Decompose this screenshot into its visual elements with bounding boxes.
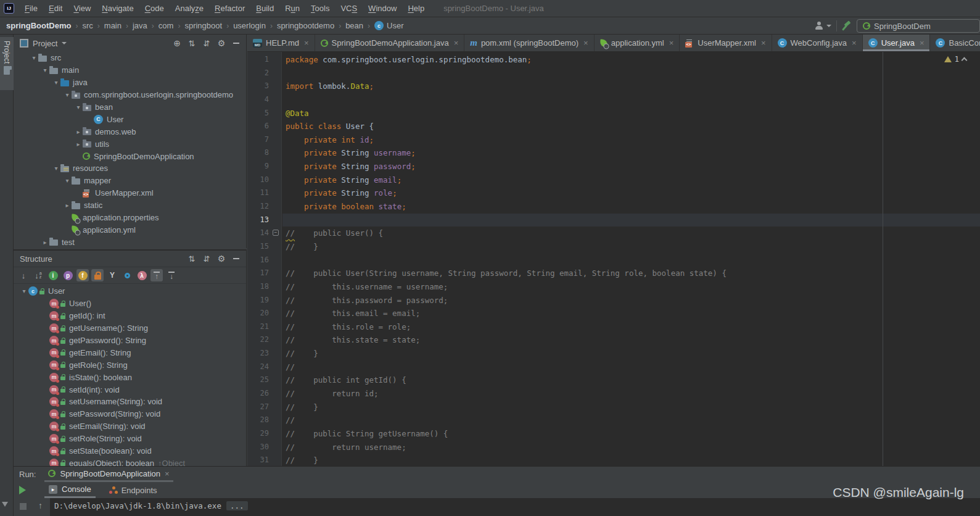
breadcrumb-item[interactable]: springboot [184,21,222,30]
editor-tab-application-yml[interactable]: application.yml× [595,35,680,51]
menu-item-view[interactable]: View [68,0,96,17]
chevron-right-icon[interactable]: ▸ [63,202,72,209]
tab-endpoints[interactable]: Endpoints [104,482,162,498]
close-icon[interactable]: × [761,38,766,48]
users-icon[interactable] [814,22,824,30]
structure-item-setrole-string-void[interactable]: msetRole(String): void [14,433,246,445]
chevron-right-icon[interactable]: ▸ [41,239,49,246]
menu-item-navigate[interactable]: Navigate [96,0,139,17]
structure-item-setid-int-void[interactable]: msetId(int): void [14,383,246,396]
settings-icon[interactable] [215,37,228,49]
build-hammer-icon[interactable] [842,21,852,31]
structure-item-user[interactable]: ▾cUser [14,285,246,298]
code-editor[interactable]: 1234567891011121314151617181920212223242… [247,52,980,466]
fields-icon[interactable]: f [76,269,89,281]
project-tree-item-static[interactable]: ▸static [14,199,246,212]
project-tree-item-usermapper-xml[interactable]: UserMapper.xml [14,187,246,199]
project-tree-item-test[interactable]: ▸test [14,236,246,248]
breadcrumb-item[interactable]: src [82,21,93,30]
structure-panel-title[interactable]: Structure [20,254,52,264]
inspections-widget[interactable]: 1 [944,55,966,64]
structure-item-setpassword-string-void[interactable]: msetPassword(String): void [14,408,246,420]
close-icon[interactable]: × [165,469,170,478]
fold-marker-icon[interactable]: − [273,230,279,236]
close-icon[interactable]: × [920,38,924,48]
project-tree-item-application-yml[interactable]: application.yml [14,223,246,236]
breadcrumb-item[interactable]: springBootDemo [6,21,71,30]
menu-item-run[interactable]: Run [279,0,305,17]
menu-item-window[interactable]: Window [363,0,402,17]
structure-item-getrole-string[interactable]: mgetRole(): String [14,359,246,371]
anonymous-icon[interactable]: Y [106,269,118,281]
project-tree-item-java[interactable]: ▾java [14,77,246,89]
rerun-button[interactable] [19,486,26,494]
menu-item-vcs[interactable]: VCS [335,0,363,17]
scroll-from-source-icon[interactable]: ↓ [165,269,178,281]
sort-visibility-icon[interactable]: ↓ [17,269,30,281]
chevron-up-icon[interactable] [961,57,968,64]
close-icon[interactable]: × [454,38,459,48]
menu-item-refactor[interactable]: Refactor [209,0,250,17]
menu-item-build[interactable]: Build [250,0,279,17]
close-icon[interactable]: × [304,38,309,48]
project-tree-item-main[interactable]: ▾main [14,64,246,77]
chevron-down-icon[interactable]: ▾ [30,54,38,61]
project-tree-item-src[interactable]: ▾src [14,52,246,64]
project-tree-item-application-properties[interactable]: application.properties [14,212,246,224]
breadcrumb-item[interactable]: bean [345,21,363,30]
editor-tab-help-md[interactable]: MDHELP.md× [247,35,315,51]
stop-button[interactable] [20,503,27,510]
structure-item-getemail-string[interactable]: mgetEmail(): String [14,346,246,359]
close-icon[interactable]: × [852,38,857,48]
console-fold-ellipsis[interactable]: ... [226,501,248,510]
chevron-down-icon[interactable]: ▾ [63,91,72,98]
expand-all-icon[interactable] [186,37,198,49]
project-tree-item-utils[interactable]: ▸utils [14,138,246,150]
properties-icon[interactable]: p [62,269,74,281]
chevron-down-icon[interactable]: ▾ [52,79,60,86]
menu-item-help[interactable]: Help [402,0,430,17]
run-configuration-combo[interactable]: SpringBootDem [857,19,980,33]
tab-console[interactable]: ▸ Console [44,482,96,498]
run-stripe-icon[interactable] [2,502,8,507]
scroll-up-icon[interactable]: ↑ [38,501,43,510]
project-tree-item-bean[interactable]: ▾bean [14,101,246,114]
editor-tab-webconfig-java[interactable]: CWebConfig.java× [772,35,863,51]
menu-item-file[interactable]: File [19,0,43,17]
project-tree-item-springbootdemoapplication[interactable]: SpringBootDemoApplication [14,150,246,162]
editor-tab-pom-xml-springbootdemo-[interactable]: mpom.xml (springBootDemo)× [464,35,594,51]
run-config-tab[interactable]: SpringBootDemoApplication × [44,467,173,482]
editor-tab-basiccontro[interactable]: CBasicContro [930,35,980,51]
editor-tab-usermapper-xml[interactable]: UserMapper.xml× [680,35,772,51]
scroll-to-source-icon[interactable]: ↑ [150,269,163,281]
chevron-down-icon[interactable]: ▾ [63,177,72,184]
sort-alpha-icon[interactable]: ↓az [32,269,44,281]
menu-item-edit[interactable]: Edit [43,0,68,17]
breadcrumb-item[interactable]: com [159,21,174,30]
breadcrumb-current[interactable]: cUser [374,21,403,30]
expand-all-icon[interactable] [186,252,198,265]
chevron-down-icon[interactable]: ▾ [52,165,60,172]
lambda-icon[interactable]: λ [136,269,148,281]
structure-item-setusername-string-void[interactable]: msetUsername(String): void [14,396,246,408]
breadcrumb-item[interactable]: main [104,21,121,30]
chevron-down-icon[interactable] [62,42,67,44]
hide-icon[interactable] [230,252,242,265]
settings-icon[interactable] [215,252,228,265]
console-output[interactable]: ↑ D:\develop\Java\jdk-1.8\bin\java.exe .… [14,498,980,516]
structure-item-equals-object-boolean[interactable]: mequals(Object): boolean↑Object [14,457,246,466]
editor-tab-user-java[interactable]: CUser.java× [863,35,931,51]
menu-item-code[interactable]: Code [139,0,170,17]
chevron-down-icon[interactable]: ▾ [41,67,49,73]
hide-icon[interactable] [230,37,242,49]
chevron-right-icon[interactable]: ▸ [74,141,83,148]
menu-item-analyze[interactable]: Analyze [170,0,209,17]
breadcrumb-item[interactable]: userlogin [233,21,266,30]
structure-item-getusername-string[interactable]: mgetUsername(): String [14,322,246,335]
project-tree-item-user[interactable]: CUser [14,113,246,125]
locate-icon[interactable] [171,37,183,49]
project-tree-item-mapper[interactable]: ▾mapper [14,175,246,187]
ring-icon[interactable] [121,269,133,281]
project-tree-item-com-springboot-userlogin-springbootdemo[interactable]: ▾com.springboot.userlogin.springbootdemo [14,89,246,101]
structure-item-setemail-string-void[interactable]: msetEmail(String): void [14,420,246,433]
